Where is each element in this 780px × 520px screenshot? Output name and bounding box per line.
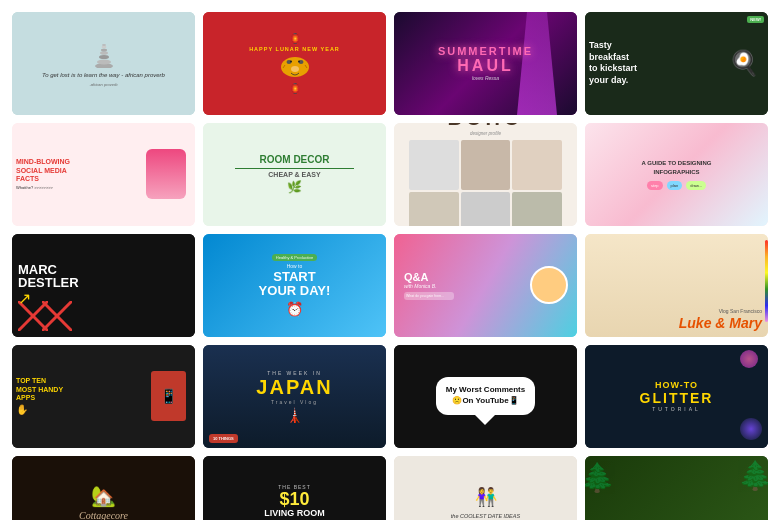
- thumb-1-quote: To get lost is to learn the way - africa…: [42, 71, 165, 79]
- thumbnail-grid: To get lost is to learn the way - africa…: [0, 0, 780, 520]
- thumb-3-haul: HAUL: [457, 57, 513, 75]
- thumb-4-badge: NEW!: [747, 16, 764, 23]
- svg-point-14: [291, 66, 299, 72]
- svg-point-12: [290, 60, 292, 62]
- thumb-4-title: Tastybreakfastto kickstartyour day.: [589, 40, 724, 87]
- svg-point-4: [101, 49, 107, 52]
- thumb-9-arrow: ↗: [18, 289, 31, 308]
- thumb-5[interactable]: MIND-BLOWINGSOCIAL MEDIAFACTS Whatthe? >…: [12, 123, 195, 226]
- thumb-10[interactable]: Healthy & Productive How to STARTYOUR DA…: [203, 234, 386, 337]
- thumb-6-title: ROOM DECOR: [260, 154, 330, 166]
- thumb-16-title: GLITTER: [640, 390, 714, 406]
- thumb-18-price: $10: [279, 490, 309, 508]
- thumb-12-loc: Vlog San Francisco: [719, 308, 762, 314]
- thumb-6-sub: CHEAP & EASY: [268, 171, 320, 178]
- thumb-13-title: TOP TENMOST HANDYAPPS: [16, 377, 63, 402]
- thumb-14-title: JAPAN: [256, 376, 332, 399]
- thumb-7[interactable]: BOHO designer profile: [394, 123, 577, 226]
- svg-point-6: [102, 44, 106, 46]
- thumb-8-step2: plan: [667, 181, 683, 190]
- thumb-8-step3: draw...: [686, 181, 706, 190]
- thumb-18-title: Living RoomMAKEOVER: [264, 508, 325, 520]
- thumb-5-title: MIND-BLOWINGSOCIAL MEDIAFACTS: [16, 158, 70, 183]
- thumb-4[interactable]: NEW! Tastybreakfastto kickstartyour day.…: [585, 12, 768, 115]
- thumb-16-howto: HOW-TO: [655, 380, 698, 390]
- thumb-8[interactable]: A GUIDE TO DESIGNINGINFOGRAPHICS step pl…: [585, 123, 768, 226]
- thumb-19-title: the COOLEST DATE IDEASyou would have nev…: [446, 512, 526, 520]
- thumb-15-text: My Worst Comments🙁On YouTube📱: [446, 385, 525, 407]
- thumb-9-name: MARCDESTLER: [18, 263, 79, 289]
- thumb-19[interactable]: 👫 the COOLEST DATE IDEASyou would have n…: [394, 456, 577, 520]
- svg-point-1: [97, 60, 111, 65]
- thumb-2-title: HAPPY LUNAR NEW YEAR: [249, 46, 340, 52]
- thumb-6[interactable]: ROOM DECOR CHEAP & EASY 🌿: [203, 123, 386, 226]
- thumb-10-badge: Healthy & Productive: [272, 254, 317, 261]
- thumb-12-title: Luke & Mary: [679, 315, 762, 331]
- svg-point-2: [99, 55, 109, 59]
- svg-point-13: [298, 60, 300, 62]
- thumb-3-sub: loves Ressa: [472, 75, 499, 81]
- thumb-20[interactable]: 🧗 🌲 🌲 TOP 10 CAMPINGDESTINATIONS: [585, 456, 768, 520]
- thumb-8-title: A GUIDE TO DESIGNINGINFOGRAPHICS: [641, 159, 711, 177]
- thumb-16[interactable]: HOW-TO GLITTER TUTORIAL: [585, 345, 768, 448]
- thumb-9[interactable]: MARCDESTLER ↗: [12, 234, 195, 337]
- thumb-11[interactable]: Q&A with Monica B. What do you gain from…: [394, 234, 577, 337]
- thumb-11-title: Q&A: [404, 271, 428, 283]
- thumb-8-step1: step: [647, 181, 663, 190]
- thumb-14-sub: Travel Vlog: [271, 399, 318, 405]
- thumb-3-title: SUMMERTIME: [438, 45, 533, 57]
- thumb-11-sub: with Monica B.: [404, 283, 437, 289]
- thumb-2[interactable]: 🏮 HAPPY LUNAR NEW YEAR: [203, 12, 386, 115]
- thumb-1-attr: -african proverb: [89, 82, 117, 87]
- thumb-18[interactable]: THE BEST $10 Living RoomMAKEOVER: [203, 456, 386, 520]
- svg-point-3: [100, 51, 108, 55]
- thumb-14[interactable]: THE WEEK IN JAPAN Travel Vlog 🗼 10 THING…: [203, 345, 386, 448]
- thumb-13[interactable]: TOP TENMOST HANDYAPPS ✋ 📱: [12, 345, 195, 448]
- thumb-17[interactable]: 🏡 Cottagecore ✦ ✦ ✦: [12, 456, 195, 520]
- thumb-7-sub: designer profile: [470, 131, 501, 136]
- thumb-10-title: STARTYOUR DAY!: [259, 270, 331, 299]
- thumb-17-title: Cottagecore: [79, 510, 128, 520]
- thumb-15[interactable]: My Worst Comments🙁On YouTube📱: [394, 345, 577, 448]
- thumb-12[interactable]: Vlog San Francisco Luke & Mary: [585, 234, 768, 337]
- thumb-3[interactable]: SUMMERTIME HAUL loves Ressa: [394, 12, 577, 115]
- thumb-7-title: BOHO: [448, 123, 524, 130]
- thumb-16-sub: TUTORIAL: [652, 406, 701, 412]
- thumb-5-sub: Whatthe? >>>>>>>>: [16, 185, 53, 190]
- thumb-14-badge: 10 THINGS: [209, 434, 238, 443]
- thumb-1[interactable]: To get lost is to learn the way - africa…: [12, 12, 195, 115]
